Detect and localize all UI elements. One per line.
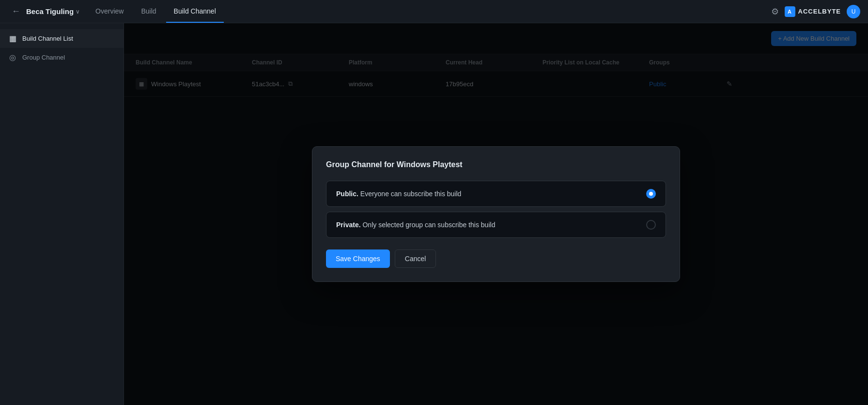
sidebar-item-label: Group Channel	[22, 54, 65, 61]
dialog-buttons: Save Changes Cancel	[326, 249, 666, 268]
group-channel-icon: ◎	[8, 53, 17, 62]
brand-icon: A	[785, 6, 795, 17]
public-radio[interactable]	[646, 189, 656, 199]
content-area: + Add New Build Channel Build Channel Na…	[124, 23, 868, 405]
public-option-text: Public. Everyone can subscribe this buil…	[336, 190, 461, 198]
top-nav: ← Beca Tiguling ∨ Overview Build Build C…	[0, 0, 868, 23]
sidebar-item-group-channel[interactable]: ◎ Group Channel	[0, 48, 124, 67]
tab-build[interactable]: Build	[133, 0, 164, 23]
private-option[interactable]: Private. Only selected group can subscri…	[326, 212, 666, 238]
modal-overlay: Group Channel for Windows Playtest Publi…	[124, 23, 868, 405]
private-option-text: Private. Only selected group can subscri…	[336, 221, 495, 229]
settings-icon[interactable]: ⚙	[771, 6, 779, 17]
save-changes-button[interactable]: Save Changes	[326, 249, 390, 268]
back-button[interactable]: ←	[8, 4, 24, 18]
sidebar-item-label: Build Channel List	[22, 35, 73, 42]
back-icon: ←	[12, 6, 20, 16]
nav-right: ⚙ A ACCELBYTE U	[771, 5, 860, 18]
nav-tabs: Overview Build Build Channel	[88, 0, 771, 23]
public-option[interactable]: Public. Everyone can subscribe this buil…	[326, 181, 666, 207]
brand-logo: A ACCELBYTE	[785, 6, 841, 17]
build-channel-list-icon: ▦	[8, 34, 17, 43]
tab-overview[interactable]: Overview	[88, 0, 131, 23]
private-radio[interactable]	[646, 220, 656, 230]
main-layout: ▦ Build Channel List ◎ Group Channel + A…	[0, 23, 868, 405]
tab-build-channel[interactable]: Build Channel	[166, 0, 224, 23]
sidebar-item-build-channel-list[interactable]: ▦ Build Channel List	[0, 29, 124, 48]
sidebar: ▦ Build Channel List ◎ Group Channel	[0, 23, 124, 405]
dialog-title: Group Channel for Windows Playtest	[326, 160, 666, 169]
chevron-down-icon: ∨	[76, 8, 80, 15]
dialog: Group Channel for Windows Playtest Publi…	[312, 146, 680, 282]
project-name: Beca Tiguling	[24, 7, 74, 16]
avatar[interactable]: U	[847, 5, 860, 18]
cancel-button[interactable]: Cancel	[395, 249, 436, 268]
